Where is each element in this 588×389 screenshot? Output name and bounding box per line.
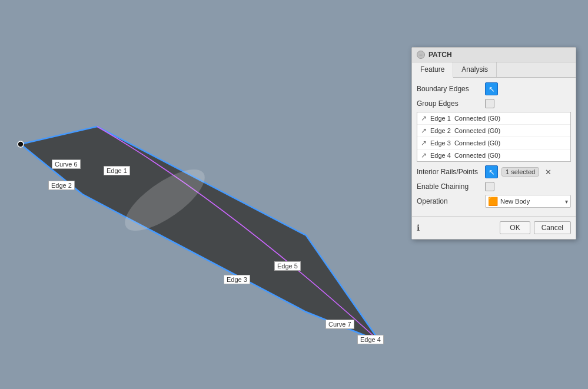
panel-body: Boundary Edges ↖ Group Edges ↗ Edge 1 Co… bbox=[412, 78, 576, 216]
edges-list: ↗ Edge 1 Connected (G0) ↗ Edge 2 Connect… bbox=[417, 112, 571, 162]
boundary-edges-cursor-button[interactable]: ↖ bbox=[485, 82, 498, 95]
enable-chaining-label: Enable Chaining bbox=[417, 182, 481, 191]
label-edge1: Edge 1 bbox=[104, 166, 130, 175]
enable-chaining-row: Enable Chaining bbox=[417, 182, 571, 191]
operation-value: New Body bbox=[500, 198, 563, 205]
svg-point-2 bbox=[18, 141, 24, 147]
boundary-edges-row: Boundary Edges ↖ bbox=[417, 82, 571, 95]
edge-status-2: Connected (G0) bbox=[454, 127, 500, 134]
tab-feature[interactable]: Feature bbox=[412, 62, 453, 78]
svg-point-1 bbox=[116, 159, 213, 242]
edge-status-4: Connected (G0) bbox=[454, 152, 500, 159]
edge-name-3: Edge 3 bbox=[430, 139, 451, 147]
group-edges-label: Group Edges bbox=[417, 99, 481, 108]
label-curve7: Curve 7 bbox=[325, 320, 354, 329]
ok-button[interactable]: OK bbox=[500, 221, 530, 234]
edge-name-1: Edge 1 bbox=[430, 115, 451, 122]
patch-panel: – PATCH Feature Analysis Boundary Edges … bbox=[411, 47, 576, 240]
operation-arrow-icon: ▾ bbox=[565, 198, 568, 205]
panel-title: PATCH bbox=[428, 51, 452, 59]
svg-marker-0 bbox=[21, 127, 380, 341]
edge-status-3: Connected (G0) bbox=[454, 139, 500, 147]
interior-rails-label: Interior Rails/Points bbox=[417, 168, 481, 176]
close-button[interactable]: – bbox=[417, 51, 425, 59]
tabs-bar: Feature Analysis bbox=[412, 62, 576, 78]
edge-row-3[interactable]: ↗ Edge 3 Connected (G0) bbox=[417, 137, 570, 149]
edge-row-4[interactable]: ↗ Edge 4 Connected (G0) bbox=[417, 149, 570, 161]
viewport: Curve 6 Edge 1 Edge 2 Edge 3 Edge 5 Curv… bbox=[0, 0, 588, 389]
panel-titlebar: – PATCH bbox=[412, 48, 576, 62]
selected-badge: 1 selected bbox=[501, 167, 539, 177]
clear-selection-button[interactable]: ✕ bbox=[543, 167, 553, 177]
edge-row-2[interactable]: ↗ Edge 2 Connected (G0) bbox=[417, 125, 570, 137]
edge-row-1[interactable]: ↗ Edge 1 Connected (G0) bbox=[417, 112, 570, 125]
footer-buttons: OK Cancel bbox=[500, 221, 571, 234]
label-edge5: Edge 5 bbox=[274, 261, 301, 271]
edge-icon-3: ↗ bbox=[421, 139, 427, 147]
info-icon[interactable]: ℹ bbox=[417, 223, 420, 232]
edge-icon-2: ↗ bbox=[421, 127, 427, 135]
label-edge3: Edge 3 bbox=[224, 275, 250, 284]
edge-icon-4: ↗ bbox=[421, 151, 427, 159]
group-edges-checkbox[interactable] bbox=[485, 99, 494, 108]
label-edge2: Edge 2 bbox=[48, 181, 75, 190]
edge-name-2: Edge 2 bbox=[430, 127, 451, 134]
enable-chaining-checkbox[interactable] bbox=[485, 182, 494, 191]
edge-status-1: Connected (G0) bbox=[454, 115, 500, 122]
operation-label: Operation bbox=[417, 197, 481, 205]
interior-rails-row: Interior Rails/Points ↖ 1 selected ✕ bbox=[417, 165, 571, 178]
interior-rails-cursor-button[interactable]: ↖ bbox=[485, 165, 498, 178]
tab-analysis[interactable]: Analysis bbox=[453, 62, 497, 77]
boundary-edges-label: Boundary Edges bbox=[417, 85, 481, 93]
panel-footer: ℹ OK Cancel bbox=[412, 216, 576, 239]
edge-icon-1: ↗ bbox=[421, 114, 427, 122]
operation-dropdown[interactable]: 🟧 New Body ▾ bbox=[485, 195, 571, 208]
edge-name-4: Edge 4 bbox=[430, 152, 451, 159]
group-edges-row: Group Edges bbox=[417, 99, 571, 108]
cancel-button[interactable]: Cancel bbox=[534, 221, 571, 234]
label-edge4: Edge 4 bbox=[357, 335, 384, 344]
label-curve6: Curve 6 bbox=[52, 159, 81, 169]
operation-row: Operation 🟧 New Body ▾ bbox=[417, 195, 571, 208]
operation-icon: 🟧 bbox=[488, 197, 498, 206]
